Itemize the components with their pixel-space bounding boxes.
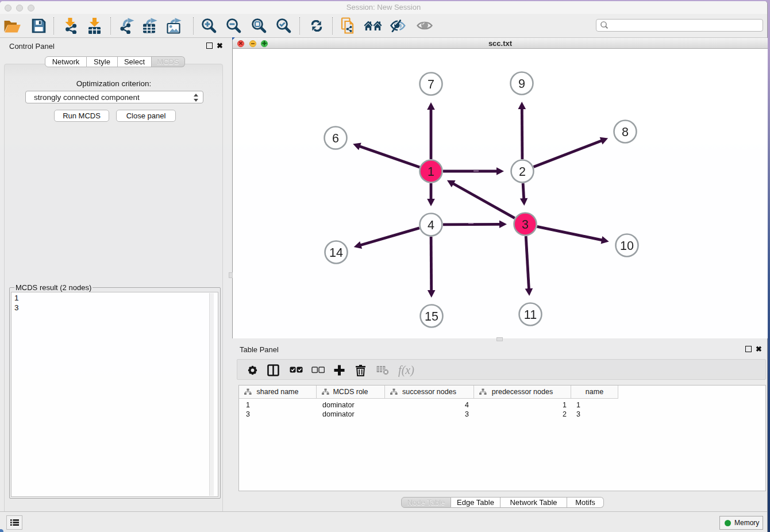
svg-text:3: 3 [522,218,529,232]
svg-text:1: 1 [428,165,434,179]
svg-text:14: 14 [329,246,343,260]
svg-text:9: 9 [518,77,525,91]
svg-text:10: 10 [620,239,634,253]
svg-text:11: 11 [524,308,537,322]
svg-text:6: 6 [332,132,339,145]
svg-text:4: 4 [428,218,434,232]
svg-text:15: 15 [425,310,438,323]
svg-text:8: 8 [622,125,629,139]
svg-text:7: 7 [428,78,434,91]
svg-text:2: 2 [519,165,526,179]
